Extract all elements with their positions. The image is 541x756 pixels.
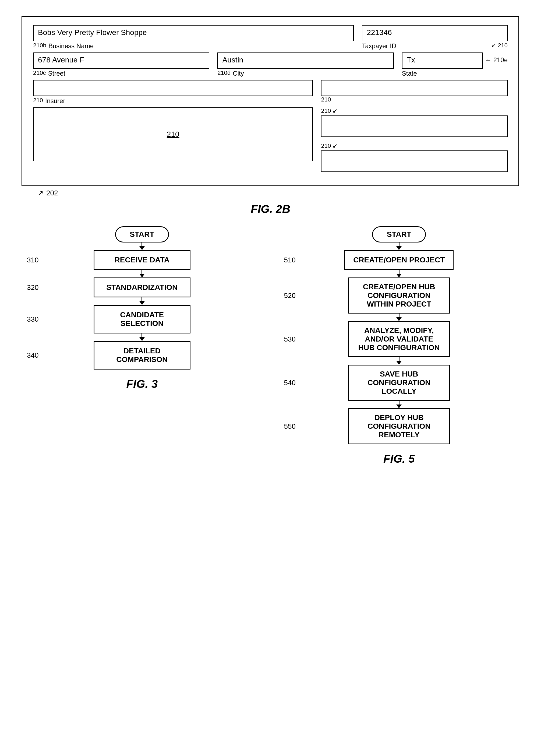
ref-210c: 210c bbox=[33, 69, 46, 76]
fig2b-row2: 678 Avenue F 210c Street Austin 210d Cit… bbox=[33, 53, 508, 77]
fig2b-form: Bobs Very Pretty Flower Shoppe 210b Busi… bbox=[22, 16, 519, 186]
ref-210d: 210d bbox=[218, 69, 231, 76]
street-field[interactable]: 678 Avenue F bbox=[33, 53, 209, 69]
fig5-title: FIG. 5 bbox=[383, 452, 415, 465]
fc5-arrow-0 bbox=[399, 243, 399, 246]
fig3-flowchart: START 310 RECEIVE DATA 320 STANDARDIZATI… bbox=[22, 226, 263, 393]
fc5-label-520: 520 bbox=[284, 292, 296, 300]
fc3-node-320: STANDARDIZATION bbox=[94, 278, 191, 298]
fig2b-title: FIG. 2B bbox=[22, 203, 519, 216]
fc5-arrow-3 bbox=[399, 357, 399, 361]
state-label: State bbox=[402, 70, 508, 77]
fc5-step-510: 510 CREATE/OPEN PROJECT bbox=[279, 250, 520, 270]
city-group: Austin 210d City bbox=[218, 53, 393, 77]
fc3-node-340: DETAILED COMPARISON bbox=[94, 341, 191, 370]
taxpayer-id-label: Taxpayer ID bbox=[362, 42, 396, 50]
fc5-arrow-2 bbox=[399, 314, 399, 317]
business-name-label: Business Name bbox=[48, 42, 94, 50]
insurer-label: Insurer bbox=[45, 97, 65, 105]
taxpayer-id-field[interactable]: 221346 bbox=[362, 25, 508, 41]
fc3-start-step: START bbox=[22, 226, 263, 243]
right-bottom-wrapper: 210 ↙ bbox=[321, 142, 508, 172]
fc3-arrowhead-2 bbox=[139, 301, 145, 305]
ref-210-tax: ↙ 210 bbox=[491, 42, 508, 49]
flowcharts-section: START 310 RECEIVE DATA 320 STANDARDIZATI… bbox=[22, 226, 519, 468]
fc5-label-510: 510 bbox=[284, 256, 296, 264]
business-name-field[interactable]: Bobs Very Pretty Flower Shoppe bbox=[33, 25, 354, 41]
state-field[interactable]: Tx bbox=[402, 53, 483, 69]
right-top-wrapper: 210 ↙ bbox=[321, 107, 508, 137]
city-label: City bbox=[233, 70, 244, 77]
fig2b-row4: 210 210 ↙ 210 ↙ bbox=[33, 107, 508, 172]
fc5-node-540: SAVE HUB CONFIGURATION LOCALLY bbox=[348, 365, 450, 401]
fc3-arrowhead-1 bbox=[139, 274, 145, 278]
ref-210b: 210b bbox=[33, 42, 46, 49]
city-field[interactable]: Austin bbox=[218, 53, 393, 69]
extra-top-field[interactable] bbox=[321, 80, 508, 96]
fig2b-row1: Bobs Very Pretty Flower Shoppe 210b Busi… bbox=[33, 25, 508, 50]
fc5-arrowhead-1 bbox=[396, 274, 402, 278]
ref-210-extra: 210 bbox=[321, 96, 331, 103]
taxpayer-id-group: 221346 Taxpayer ID ↙ 210 bbox=[362, 25, 508, 50]
fc5-arrowhead-2 bbox=[396, 317, 402, 321]
insurer-field[interactable] bbox=[33, 80, 313, 96]
extra-top-group: 210 bbox=[321, 80, 508, 103]
fc5-arrowhead-4 bbox=[396, 404, 402, 408]
fc5-node-510: CREATE/OPEN PROJECT bbox=[344, 250, 454, 270]
big-left-group: 210 bbox=[33, 107, 313, 172]
fc3-arrow-2 bbox=[142, 298, 142, 301]
right-stack: 210 ↙ 210 ↙ bbox=[321, 107, 508, 172]
fc3-label-310: 310 bbox=[27, 256, 38, 264]
fc5-node-520: CREATE/OPEN HUB CONFIGURATION WITHIN PRO… bbox=[348, 278, 450, 314]
fc5-label-530: 530 bbox=[284, 335, 296, 344]
fc3-start-node: START bbox=[115, 226, 169, 243]
fc5-arrow-1 bbox=[399, 270, 399, 274]
fc3-step-340: 340 DETAILED COMPARISON bbox=[22, 341, 263, 370]
fc3-arrow-0 bbox=[142, 243, 142, 246]
ref-202: 202 bbox=[46, 189, 58, 197]
fc3-step-320: 320 STANDARDIZATION bbox=[22, 278, 263, 298]
fc3-step-310: 310 RECEIVE DATA bbox=[22, 250, 263, 270]
fc3-arrow-1 bbox=[142, 270, 142, 274]
street-label: Street bbox=[48, 70, 65, 77]
ref-210-insurer: 210 bbox=[33, 97, 43, 104]
fc5-step-530: 530 ANALYZE, MODIFY, AND/OR VALIDATE HUB… bbox=[279, 321, 520, 357]
state-group: Tx ← 210e State bbox=[402, 53, 508, 77]
ref-202-area: ↗ 202 bbox=[38, 189, 519, 197]
fc5-step-520: 520 CREATE/OPEN HUB CONFIGURATION WITHIN… bbox=[279, 278, 520, 314]
fc3-label-340: 340 bbox=[27, 351, 38, 360]
fc3-node-310: RECEIVE DATA bbox=[94, 250, 191, 270]
business-name-group: Bobs Very Pretty Flower Shoppe 210b Busi… bbox=[33, 25, 354, 50]
fc3-arrowhead-3 bbox=[139, 337, 145, 341]
fc3-arrowhead-0 bbox=[139, 246, 145, 250]
ref-210-big: 210 bbox=[167, 130, 180, 139]
right-top-field[interactable] bbox=[321, 116, 508, 137]
fc3-label-330: 330 bbox=[27, 315, 38, 324]
insurer-group: 210 Insurer bbox=[33, 80, 313, 105]
fig3-title: FIG. 3 bbox=[126, 378, 158, 390]
big-left-field[interactable]: 210 bbox=[33, 107, 313, 161]
fc5-node-550: DEPLOY HUB CONFIGURATION REMOTELY bbox=[348, 408, 450, 444]
street-group: 678 Avenue F 210c Street bbox=[33, 53, 209, 77]
fig5-flowchart: START 510 CREATE/OPEN PROJECT 520 CREATE… bbox=[279, 226, 520, 468]
fc5-start-step: START bbox=[279, 226, 520, 243]
fc5-step-550: 550 DEPLOY HUB CONFIGURATION REMOTELY bbox=[279, 408, 520, 444]
fig2b-row3: 210 Insurer 210 bbox=[33, 80, 508, 105]
fc5-node-530: ANALYZE, MODIFY, AND/OR VALIDATE HUB CON… bbox=[348, 321, 450, 357]
fc5-start-node: START bbox=[372, 226, 426, 243]
fc5-label-540: 540 bbox=[284, 379, 296, 387]
fc3-arrow-3 bbox=[142, 334, 142, 337]
fc5-arrow-4 bbox=[399, 401, 399, 404]
right-bottom-field[interactable] bbox=[321, 151, 508, 172]
fc5-arrowhead-0 bbox=[396, 246, 402, 250]
fc3-label-320: 320 bbox=[27, 284, 38, 292]
fc5-step-540: 540 SAVE HUB CONFIGURATION LOCALLY bbox=[279, 365, 520, 401]
fc5-label-550: 550 bbox=[284, 422, 296, 430]
fc3-step-330: 330 CANDIDATE SELECTION bbox=[22, 305, 263, 334]
fc3-node-330: CANDIDATE SELECTION bbox=[94, 305, 191, 334]
fc5-arrowhead-3 bbox=[396, 361, 402, 365]
